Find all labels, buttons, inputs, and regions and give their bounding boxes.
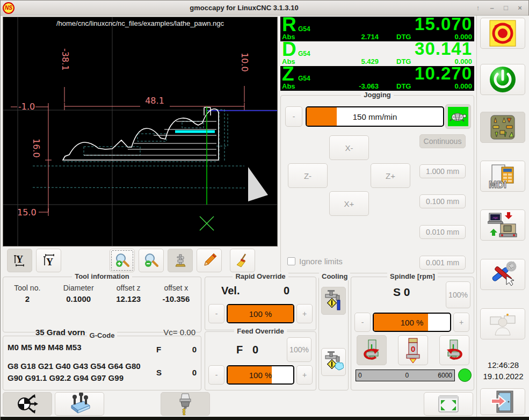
spindle-right-button[interactable]: I — [439, 335, 469, 365]
exit-button[interactable] — [480, 388, 525, 415]
spindle-increase-button[interactable]: + — [453, 313, 469, 332]
dro-row-x[interactable]: R G54 15.070 Abs 2.714 DTG 0.000 — [280, 17, 474, 41]
jog-speed-bar[interactable]: 150 mm/min — [306, 106, 444, 127]
dro-row-d[interactable]: D G54 30.141 Abs 5.429 DTG 0.000 — [280, 41, 474, 66]
jog-increment-001mm-button[interactable]: 0.010 mm — [419, 225, 466, 239]
rapid-increase-button[interactable]: + — [296, 304, 313, 323]
jog-increment-01mm-button[interactable]: 0.100 mm — [419, 194, 466, 208]
dtg-label: DTG — [396, 82, 411, 90]
dtg-label: DTG — [396, 57, 411, 66]
jog-x-minus-button[interactable]: X- — [329, 135, 369, 160]
edit-gcode-button[interactable] — [197, 249, 222, 272]
dimension-toggle-button[interactable]: Y — [7, 249, 32, 272]
zoom-out-button[interactable] — [139, 249, 164, 272]
feed-increase-button[interactable]: + — [296, 365, 313, 385]
spindle-left-button[interactable]: I — [357, 335, 387, 365]
spindle-override-bar[interactable]: 100 % — [373, 313, 451, 332]
loaded-file-path: /home/cnc/linuxcnc/nc_files/examples/lat… — [3, 19, 277, 27]
jog-speed-decrease-button[interactable]: - — [285, 106, 302, 127]
spindle-stop-button[interactable]: 0 — [398, 335, 428, 365]
mdi-mode-button[interactable]: MDI — [480, 161, 525, 192]
power-icon — [489, 66, 517, 93]
jog-increment-1mm-button[interactable]: 1.000 mm — [419, 164, 466, 178]
jog-z-plus-button[interactable]: Z+ — [371, 163, 410, 188]
block-height-button[interactable] — [55, 392, 104, 416]
clamp-icon — [172, 252, 189, 269]
dimension-labels: 48.1 -38.1 10.0 -1.0 16.0 15.0 — [17, 48, 250, 218]
tool-clamp-view-button[interactable] — [168, 249, 193, 272]
feed-override-value: 100 % — [228, 366, 293, 383]
jog-z-minus-button[interactable]: Z- — [288, 163, 328, 188]
svg-text:16.0: 16.0 — [31, 139, 41, 158]
svg-text:-1.0: -1.0 — [18, 102, 35, 112]
svg-text:.ngc: .ngc — [492, 216, 498, 219]
toolpath-drawing: 48.1 -38.1 10.0 -1.0 16.0 15.0 — [3, 17, 277, 246]
checkbox-box[interactable] — [287, 257, 295, 265]
offset-x-header: offset x — [151, 283, 201, 293]
gauge-current: 0 — [405, 372, 409, 379]
gcode-preview-canvas[interactable]: 48.1 -38.1 10.0 -1.0 16.0 15.0 /home/cnc… — [3, 17, 278, 247]
minimize-button[interactable]: – — [488, 4, 496, 12]
zoom-in-icon — [114, 252, 131, 269]
velocity-value: 0 — [284, 285, 289, 297]
estop-button[interactable] — [480, 18, 525, 49]
touch-plate-icon — [67, 393, 92, 415]
feed-decrease-button[interactable]: - — [208, 365, 224, 385]
mist-coolant-button[interactable] — [321, 287, 346, 315]
jog-x-plus-button[interactable]: X+ — [329, 191, 369, 216]
mist-icon — [323, 289, 344, 313]
axis-value: 30.141 — [415, 39, 472, 59]
rapid-override-frame: Rapid Override Vel. 0 - 100 % + — [205, 277, 316, 330]
abs-value: 5.429 — [320, 57, 379, 66]
fullscreen-button[interactable] — [424, 392, 473, 416]
user-icon — [488, 310, 517, 337]
pawn-profile — [63, 109, 219, 160]
spindle-reset-button[interactable]: 100% — [446, 281, 470, 308]
feed-override-bar[interactable]: 100 % — [227, 365, 294, 385]
manual-mode-button[interactable] — [480, 112, 525, 143]
f-label: F — [156, 345, 161, 354]
axis-value: 15.070 — [415, 14, 472, 34]
active-m-codes: M0 M5 M9 M48 M53 — [8, 342, 155, 354]
ignore-limits-checkbox[interactable]: Ignore limits — [287, 257, 343, 266]
feed-reset-button[interactable]: 100% — [287, 337, 311, 362]
close-button[interactable]: × — [516, 4, 524, 12]
spindle-decrease-button[interactable]: - — [354, 313, 371, 332]
abs-value: -3.063 — [320, 82, 379, 90]
shade-button[interactable]: ↑ — [474, 4, 482, 12]
coord-system: G54 — [298, 50, 310, 57]
jog-increment-0001mm-button[interactable]: 0.001 mm — [419, 256, 466, 270]
abs-label: Abs — [282, 82, 295, 90]
svg-text:MDI: MDI — [489, 179, 506, 190]
mode-sidebar: MDI .ngc — [476, 16, 529, 417]
rapid-decrease-button[interactable]: - — [208, 304, 224, 323]
dro-row-z[interactable]: Z G54 10.270 Abs -3.063 DTG 0.000 — [280, 66, 474, 91]
rapid-override-title: Rapid Override — [233, 272, 288, 280]
grid-lines — [3, 17, 277, 246]
user-settings-button[interactable] — [480, 308, 525, 339]
zoom-in-button[interactable] — [110, 249, 135, 272]
rapid-override-value: 100 % — [228, 305, 293, 322]
svg-text:0: 0 — [411, 344, 415, 353]
origin-cross-icon — [200, 216, 214, 230]
settings-button[interactable] — [480, 259, 525, 290]
maximize-button[interactable]: □ — [502, 4, 510, 12]
tool-info-table: Tool no. Diameter offset z offset x 2 0.… — [3, 283, 201, 305]
turtle-icon — [448, 107, 468, 126]
dimension-offset-toggle-button[interactable]: Y — [36, 249, 61, 272]
tool-measure-button[interactable] — [161, 392, 210, 416]
clear-plot-button[interactable] — [230, 249, 255, 272]
dtg-value: 0.000 — [454, 82, 472, 90]
touch-off-button[interactable] — [3, 392, 52, 416]
svg-text:Y: Y — [16, 254, 23, 265]
spindle-frame: Spindle [rpm] S 0 100% - 100 % + I 0 — [351, 277, 474, 390]
tool-no-value: 2 — [3, 293, 52, 305]
auto-mode-button[interactable]: .ngc — [480, 209, 525, 241]
machine-on-button[interactable] — [480, 64, 525, 95]
jog-increment-continuous-button[interactable]: Continuous — [419, 134, 466, 148]
flood-coolant-button[interactable] — [321, 348, 346, 376]
turtle-mode-button[interactable] — [445, 104, 471, 129]
tool-no-header: Tool no. — [3, 283, 52, 293]
offset-x-value: -10.356 — [151, 293, 201, 305]
rapid-override-bar[interactable]: 100 % — [227, 304, 294, 323]
